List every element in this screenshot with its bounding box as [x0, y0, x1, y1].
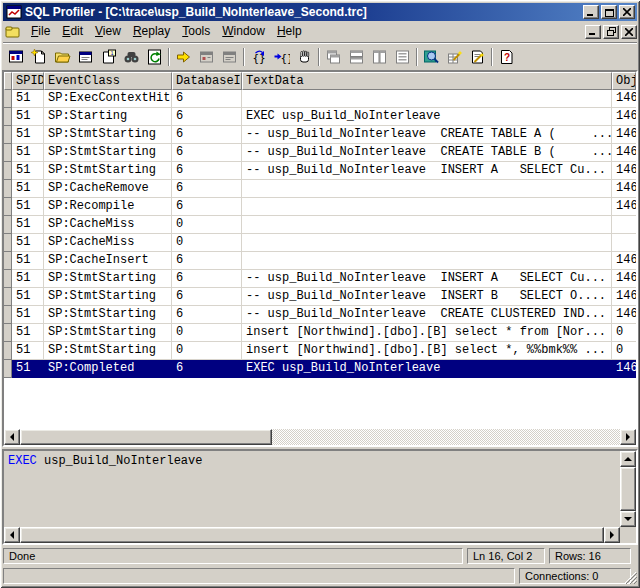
- cell-spid: 51: [12, 288, 44, 306]
- arrange-icons-icon: [394, 49, 411, 65]
- open-trace-button[interactable]: [51, 46, 74, 68]
- tile-vertical-button[interactable]: [368, 46, 391, 68]
- cell-textdata: -- usp_Build_NoInterleave INSERT A SELEC…: [242, 162, 612, 180]
- detail-vertical-scrollbar[interactable]: [620, 451, 636, 527]
- grid-horizontal-scrollbar[interactable]: [4, 429, 636, 445]
- trace-window-button[interactable]: [74, 46, 97, 68]
- query-analyzer-icon: [423, 49, 440, 65]
- table-row[interactable]: 51 SP:Recompile 6 146: [4, 198, 636, 216]
- menu-edit[interactable]: Edit: [56, 22, 89, 41]
- row-margin: [4, 108, 12, 126]
- cell-textdata: [242, 180, 612, 198]
- scroll-thumb[interactable]: [20, 429, 272, 445]
- textdata-detail-panel[interactable]: EXEC usp_Build_NoInterleave: [2, 449, 638, 545]
- table-row[interactable]: 51 SP:StmtStarting 6 -- usp_Build_NoInte…: [4, 126, 636, 144]
- minimize-icon: [587, 9, 595, 16]
- scroll-down-button[interactable]: [620, 511, 636, 527]
- trace-window-icon: [77, 49, 94, 65]
- minimize-button[interactable]: [583, 5, 599, 19]
- new-trace-button[interactable]: [5, 46, 28, 68]
- table-row[interactable]: 51 SP:CacheMiss 0: [4, 216, 636, 234]
- scroll-thumb[interactable]: [20, 527, 604, 543]
- table-row[interactable]: 51 SP:ExecContextHit 6 146: [4, 90, 636, 108]
- column-header-textdata[interactable]: TextData: [242, 72, 612, 90]
- query-analyzer-button[interactable]: [420, 46, 443, 68]
- toolbar: 1 {} {}: [3, 42, 637, 69]
- toolbar-separator: [243, 48, 245, 66]
- cell-textdata: [242, 216, 612, 234]
- auto-scroll-button[interactable]: [143, 46, 166, 68]
- column-header-spid[interactable]: SPID: [12, 72, 44, 90]
- sql-profiler-icon: [6, 4, 22, 20]
- scroll-track[interactable]: [20, 429, 620, 445]
- table-row[interactable]: 51 SP:StmtStarting 6 -- usp_Build_NoInte…: [4, 270, 636, 288]
- grid-filler: [4, 378, 636, 429]
- titlebar[interactable]: SQL Profiler - [C:\trace\usp_Build_NoInt…: [3, 3, 637, 21]
- mdi-restore-button[interactable]: [603, 25, 619, 39]
- cell-spid: 51: [12, 234, 44, 252]
- maximize-button[interactable]: [601, 5, 617, 19]
- find-button[interactable]: [120, 46, 143, 68]
- scroll-left-button[interactable]: [4, 429, 20, 445]
- new-trace-template-button[interactable]: [28, 46, 51, 68]
- scroll-up-button[interactable]: [620, 451, 636, 467]
- menu-help[interactable]: Help: [271, 22, 308, 41]
- table-row[interactable]: 51 SP:Starting 6 EXEC usp_Build_NoInterl…: [4, 108, 636, 126]
- toggle-breakpoint-button[interactable]: {}: [247, 46, 270, 68]
- menu-tools[interactable]: Tools: [176, 22, 216, 41]
- table-row[interactable]: 51 SP:StmtStarting 6 -- usp_Build_NoInte…: [4, 288, 636, 306]
- menu-view[interactable]: View: [89, 22, 127, 41]
- scroll-right-button[interactable]: [620, 429, 636, 445]
- scroll-right-button[interactable]: [604, 527, 620, 543]
- scroll-thumb[interactable]: [620, 467, 636, 511]
- cell-obj: [612, 216, 636, 234]
- mdi-minimize-button[interactable]: [585, 25, 601, 39]
- cell-obj: 146: [612, 288, 636, 306]
- arrange-icons-button[interactable]: [391, 46, 414, 68]
- menu-file[interactable]: File: [25, 22, 56, 41]
- table-row[interactable]: 51 SP:StmtStarting 0 insert [Northwind].…: [4, 342, 636, 360]
- window-disabled-button[interactable]: [218, 46, 241, 68]
- table-row[interactable]: 51 SP:StmtStarting 6 -- usp_Build_NoInte…: [4, 144, 636, 162]
- step-button[interactable]: [172, 46, 195, 68]
- properties-button[interactable]: 1: [97, 46, 120, 68]
- menu-replay[interactable]: Replay: [127, 22, 176, 41]
- table-row[interactable]: 51 SP:CacheInsert 6 146: [4, 252, 636, 270]
- table-row[interactable]: 51 SP:Completed 6 EXEC usp_Build_NoInter…: [4, 360, 636, 378]
- close-icon: [623, 8, 631, 16]
- tile-horizontal-button[interactable]: [345, 46, 368, 68]
- detail-horizontal-scrollbar[interactable]: [4, 527, 620, 543]
- table-row[interactable]: 51 SP:StmtStarting 0 insert [Northwind].…: [4, 324, 636, 342]
- pause-hand-button[interactable]: [293, 46, 316, 68]
- row-margin: [4, 360, 12, 378]
- help-button[interactable]: ?: [495, 46, 518, 68]
- cell-databaseid: 6: [172, 108, 242, 126]
- trace-wizard-button[interactable]: [466, 46, 489, 68]
- menu-window[interactable]: Window: [216, 22, 271, 41]
- sql-keyword: EXEC: [8, 454, 37, 468]
- cell-databaseid: 0: [172, 216, 242, 234]
- cell-eventclass: SP:CacheRemove: [44, 180, 172, 198]
- index-tuning-wizard-button[interactable]: [443, 46, 466, 68]
- resize-grip[interactable]: [624, 571, 637, 584]
- table-row[interactable]: 51 SP:CacheMiss 0: [4, 234, 636, 252]
- row-margin: [4, 180, 12, 198]
- table-row[interactable]: 51 SP:StmtStarting 6 -- usp_Build_NoInte…: [4, 306, 636, 324]
- mdi-close-button[interactable]: [621, 25, 637, 39]
- table-row[interactable]: 51 SP:StmtStarting 6 -- usp_Build_NoInte…: [4, 162, 636, 180]
- close-button[interactable]: [619, 5, 635, 19]
- table-row[interactable]: 51 SP:CacheRemove 6 146: [4, 180, 636, 198]
- trace-statusbar: Done Ln 16, Col 2 Rows: 16: [3, 547, 637, 565]
- column-header-eventclass[interactable]: EventClass: [44, 72, 172, 90]
- run-to-breakpoint-button[interactable]: [195, 46, 218, 68]
- column-header-databaseid[interactable]: DatabaseID: [172, 72, 242, 90]
- cascade-windows-button[interactable]: [322, 46, 345, 68]
- auto-scroll-icon: [146, 49, 163, 65]
- run-to-cursor-button[interactable]: {}: [270, 46, 293, 68]
- column-header-obj[interactable]: Obj: [612, 72, 636, 90]
- header-margin: [4, 72, 12, 90]
- cell-databaseid: 0: [172, 342, 242, 360]
- row-margin: [4, 198, 12, 216]
- grid-rows: 51 SP:ExecContextHit 6 146 51 SP:Startin…: [4, 90, 636, 378]
- scroll-left-button[interactable]: [4, 527, 20, 543]
